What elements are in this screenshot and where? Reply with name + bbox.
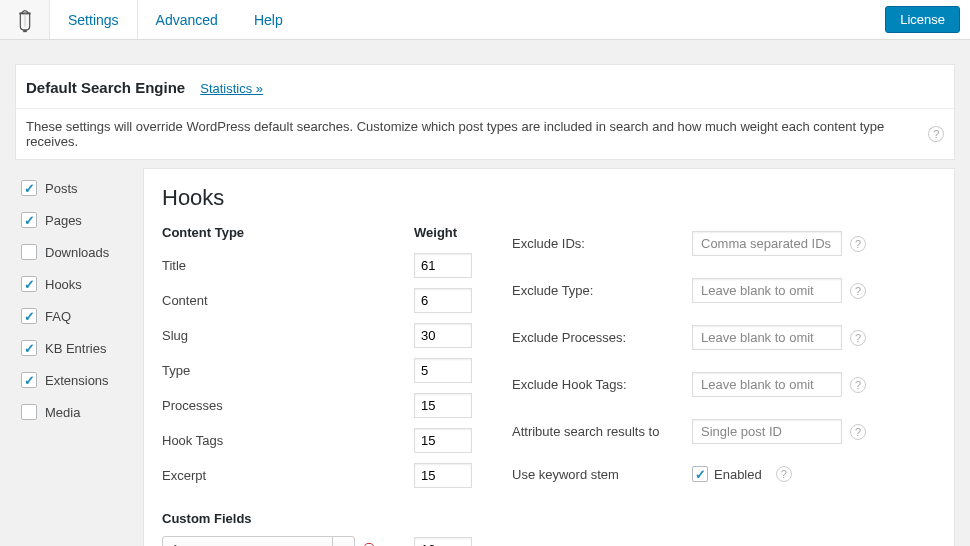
remove-icon[interactable]: ⓧ xyxy=(363,541,376,546)
sidebar-item-label: Hooks xyxy=(45,277,82,292)
weight-input[interactable] xyxy=(414,428,472,453)
exclude-hook-tags-label: Exclude Hook Tags: xyxy=(512,377,692,392)
custom-fields-heading: Custom Fields xyxy=(162,511,472,526)
sidebar-item-label: Pages xyxy=(45,213,82,228)
exclude-ids-input[interactable] xyxy=(692,231,842,256)
chevron-down-icon: ▼ xyxy=(332,537,354,546)
stem-label: Use keyword stem xyxy=(512,467,692,482)
weights-header: Content Type Weight xyxy=(162,225,472,240)
weight-input[interactable] xyxy=(414,393,472,418)
attribute-input[interactable] xyxy=(692,419,842,444)
attribute-label: Attribute search results to xyxy=(512,424,692,439)
help-icon[interactable]: ? xyxy=(850,283,866,299)
settings-panel: Hooks Content Type Weight TitleContentSl… xyxy=(143,168,955,546)
custom-field-row: Any ▼ ⓧ xyxy=(162,536,472,546)
custom-field-weight-input[interactable] xyxy=(414,537,472,546)
sidebar-item-hooks[interactable]: Hooks xyxy=(15,268,143,300)
custom-field-select-value: Any xyxy=(163,537,332,546)
sidebar-item-label: Posts xyxy=(45,181,78,196)
checkbox[interactable] xyxy=(21,372,37,388)
weight-row: Slug xyxy=(162,318,472,353)
help-icon[interactable]: ? xyxy=(850,424,866,440)
checkbox[interactable] xyxy=(21,276,37,292)
lantern-icon xyxy=(13,6,37,34)
weight-label: Slug xyxy=(162,328,414,343)
header-content-type: Content Type xyxy=(162,225,414,240)
weight-row: Content xyxy=(162,283,472,318)
help-icon[interactable]: ? xyxy=(928,126,944,142)
exclude-type-input[interactable] xyxy=(692,278,842,303)
statistics-link[interactable]: Statistics » xyxy=(200,81,263,96)
weight-label: Title xyxy=(162,258,414,273)
weight-label: Excerpt xyxy=(162,468,414,483)
weight-label: Type xyxy=(162,363,414,378)
help-icon[interactable]: ? xyxy=(850,330,866,346)
checkbox[interactable] xyxy=(21,180,37,196)
title-bar: Default Search Engine Statistics » xyxy=(15,64,955,108)
nav-tabs: Settings Advanced Help xyxy=(50,0,301,39)
help-icon[interactable]: ? xyxy=(850,377,866,393)
weight-row: Excerpt xyxy=(162,458,472,493)
sidebar-item-media[interactable]: Media xyxy=(15,396,143,428)
weight-label: Processes xyxy=(162,398,414,413)
license-button[interactable]: License xyxy=(885,6,960,33)
exclude-type-label: Exclude Type: xyxy=(512,283,692,298)
stem-enabled-label: Enabled xyxy=(714,467,762,482)
checkbox[interactable] xyxy=(21,244,37,260)
weight-input[interactable] xyxy=(414,463,472,488)
sidebar-item-label: Downloads xyxy=(45,245,109,260)
tab-help[interactable]: Help xyxy=(236,0,301,39)
sidebar-item-pages[interactable]: Pages xyxy=(15,204,143,236)
description-text: These settings will override WordPress d… xyxy=(26,119,914,149)
stem-checkbox[interactable] xyxy=(692,466,708,482)
tab-settings[interactable]: Settings xyxy=(50,0,138,39)
description-row: These settings will override WordPress d… xyxy=(15,108,955,160)
help-icon[interactable]: ? xyxy=(776,466,792,482)
sidebar-item-label: Media xyxy=(45,405,80,420)
weight-label: Content xyxy=(162,293,414,308)
header-weight: Weight xyxy=(414,225,472,240)
section-heading: Hooks xyxy=(162,185,936,211)
weight-row: Type xyxy=(162,353,472,388)
post-type-sidebar: PostsPagesDownloadsHooksFAQKB EntriesExt… xyxy=(15,168,143,546)
weight-input[interactable] xyxy=(414,323,472,348)
exclude-ids-label: Exclude IDs: xyxy=(512,236,692,251)
sidebar-item-downloads[interactable]: Downloads xyxy=(15,236,143,268)
weight-input[interactable] xyxy=(414,358,472,383)
sidebar-item-extensions[interactable]: Extensions xyxy=(15,364,143,396)
sidebar-item-label: Extensions xyxy=(45,373,109,388)
sidebar-item-faq[interactable]: FAQ xyxy=(15,300,143,332)
sidebar-item-label: KB Entries xyxy=(45,341,106,356)
sidebar-item-posts[interactable]: Posts xyxy=(15,172,143,204)
checkbox[interactable] xyxy=(21,404,37,420)
checkbox[interactable] xyxy=(21,308,37,324)
exclude-processes-label: Exclude Processes: xyxy=(512,330,692,345)
checkbox[interactable] xyxy=(21,340,37,356)
weight-input[interactable] xyxy=(414,288,472,313)
logo xyxy=(0,0,50,39)
checkbox[interactable] xyxy=(21,212,37,228)
sidebar-item-label: FAQ xyxy=(45,309,71,324)
sidebar-item-kb-entries[interactable]: KB Entries xyxy=(15,332,143,364)
svg-rect-1 xyxy=(23,29,27,32)
exclude-processes-input[interactable] xyxy=(692,325,842,350)
weight-row: Processes xyxy=(162,388,472,423)
exclude-hook-tags-input[interactable] xyxy=(692,372,842,397)
weight-row: Title xyxy=(162,248,472,283)
weight-input[interactable] xyxy=(414,253,472,278)
weight-row: Hook Tags xyxy=(162,423,472,458)
custom-field-select[interactable]: Any ▼ xyxy=(162,536,355,546)
tab-advanced[interactable]: Advanced xyxy=(138,0,236,39)
page-title: Default Search Engine xyxy=(26,79,185,96)
weight-label: Hook Tags xyxy=(162,433,414,448)
help-icon[interactable]: ? xyxy=(850,236,866,252)
topbar: Settings Advanced Help License xyxy=(0,0,970,40)
